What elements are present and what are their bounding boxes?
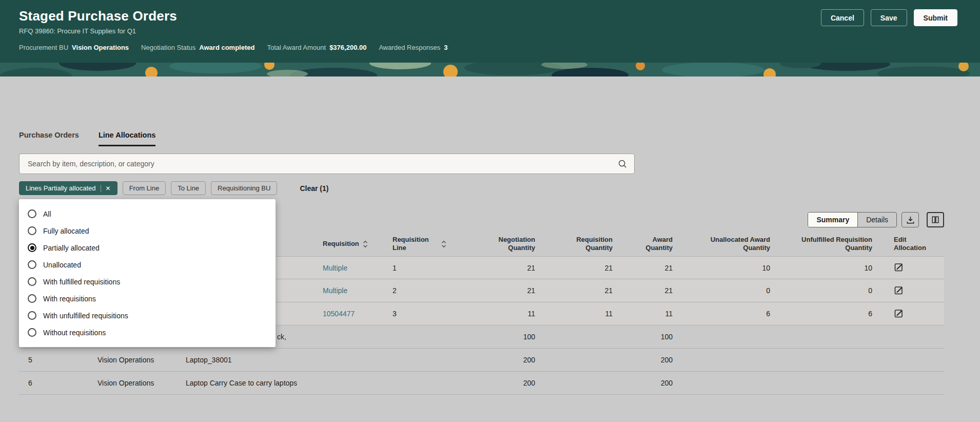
edit-allocation-button[interactable] xyxy=(894,308,904,320)
filter-chip-requisitioning-bu[interactable]: Requisitioning BU xyxy=(211,181,277,195)
cell-value: 2 xyxy=(393,286,397,295)
column-header-label: Unfulfilled Requisition Quantity xyxy=(793,236,872,253)
cell-value: Laptop_38001 xyxy=(186,356,232,364)
cell-value: 6 xyxy=(28,379,32,387)
filter-option-label: All xyxy=(43,210,51,218)
sort-icon[interactable] xyxy=(363,240,368,248)
column-header-label: Requisition Line xyxy=(393,236,438,253)
edit-allocation-button[interactable] xyxy=(894,262,904,274)
radio-unchecked-icon xyxy=(28,277,36,286)
cell-requisition: Multiple xyxy=(323,264,387,272)
cell-requisition: Multiple xyxy=(323,286,387,295)
cell-unallocated-award-qty: 6 xyxy=(678,310,775,318)
manage-columns-button[interactable] xyxy=(927,212,944,227)
view-toggle: Summary Details xyxy=(808,212,897,227)
clear-filters-button[interactable]: Clear (1) xyxy=(297,184,331,193)
cell-value: Laptop Carry Case to carry laptops xyxy=(186,379,297,387)
header-meta-item: Total Award Amount$376,200.00 xyxy=(267,44,366,51)
header-meta-label: Negotiation Status xyxy=(141,44,195,51)
submit-button[interactable]: Submit xyxy=(914,9,957,26)
cell-value: 10 xyxy=(762,264,770,272)
filter-chip-label: Lines Partially allocated xyxy=(26,184,96,192)
details-toggle-button[interactable]: Details xyxy=(857,213,896,227)
filter-option-with-requisitions[interactable]: With requisitions xyxy=(19,290,276,307)
cell-value: 200 xyxy=(523,356,535,364)
cell-value: 100 xyxy=(661,333,673,341)
filter-chip-to-line[interactable]: To Line xyxy=(171,181,206,195)
radio-unchecked-icon xyxy=(28,311,36,320)
tab-purchase-orders[interactable]: Purchase Orders xyxy=(19,131,79,146)
filter-chip-lines-partially-allocated[interactable]: Lines Partially allocated ✕ xyxy=(19,181,117,195)
cell-edit-allocation xyxy=(877,262,944,274)
cell-value: 200 xyxy=(661,356,673,364)
cell-value: 21 xyxy=(527,286,535,295)
cell-value: 21 xyxy=(664,264,673,272)
header-meta-item: Awarded Responses3 xyxy=(379,44,447,51)
radio-unchecked-icon xyxy=(28,209,36,218)
cell-item: Laptop Carry Case to carry laptops xyxy=(186,379,323,387)
edit-icon xyxy=(894,308,904,320)
decorative-banner xyxy=(0,63,980,76)
cell-unallocated-award-qty: 0 xyxy=(678,286,775,295)
tab-line-allocations[interactable]: Line Allocations xyxy=(99,131,155,146)
cell-negotiation-qty: 100 xyxy=(446,333,540,341)
cell-requisition-qty: 11 xyxy=(540,310,618,318)
filter-option-with-fulfilled-requisitions[interactable]: With fulfilled requisitions xyxy=(19,273,276,290)
cell-value: 21 xyxy=(604,286,613,295)
filter-option-without-requisitions[interactable]: Without requisitions xyxy=(19,324,276,341)
edit-allocation-button[interactable] xyxy=(894,285,904,297)
filter-option-unallocated[interactable]: Unallocated xyxy=(19,256,276,273)
save-button[interactable]: Save xyxy=(871,9,907,26)
cell-award-qty: 11 xyxy=(618,310,678,318)
download-icon xyxy=(906,216,915,224)
cell-value: 200 xyxy=(523,379,535,387)
cell-value: 0 xyxy=(766,286,770,295)
requisition-link[interactable]: 10504477 xyxy=(323,310,355,318)
staged-purchase-orders-page: Staged Purchase Orders RFQ 39860: Procur… xyxy=(0,0,980,422)
cell-value: Vision Operations xyxy=(97,356,154,364)
cell-value: 11 xyxy=(605,310,613,318)
requisition-link[interactable]: Multiple xyxy=(323,264,347,272)
filter-option-label: With requisitions xyxy=(43,295,96,303)
cell-requisition-qty: 21 xyxy=(540,264,618,272)
summary-toggle-button[interactable]: Summary xyxy=(808,213,857,227)
filter-option-label: With unfulfilled requisitions xyxy=(43,312,128,320)
requisition-link[interactable]: Multiple xyxy=(323,286,347,295)
filter-bar: Lines Partially allocated ✕ From LineTo … xyxy=(19,181,980,195)
column-header-edit-allocation: Edit Allocation xyxy=(877,236,944,253)
cell-value: 5 xyxy=(28,356,32,364)
cell-value: 11 xyxy=(665,310,673,318)
column-header-label: Negotiation Quantity xyxy=(488,236,535,253)
sort-icon[interactable] xyxy=(441,240,446,248)
filter-option-all[interactable]: All xyxy=(19,205,276,222)
cell-negotiation-qty: 21 xyxy=(446,286,540,295)
search-input[interactable] xyxy=(27,159,612,168)
column-header-requisition[interactable]: Requisition xyxy=(323,240,387,248)
cell-value: 10 xyxy=(864,264,872,272)
header-actions: Cancel Save Submit xyxy=(821,9,957,26)
cancel-button[interactable]: Cancel xyxy=(821,9,864,26)
column-header-label: Requisition xyxy=(323,240,359,248)
tab-bar: Purchase OrdersLine Allocations xyxy=(19,131,980,146)
chip-divider xyxy=(101,185,101,192)
chip-close-icon[interactable]: ✕ xyxy=(106,185,111,191)
cell-requisition-qty: 21 xyxy=(540,286,618,295)
columns-icon xyxy=(931,216,939,224)
filter-option-with-unfulfilled-requisitions[interactable]: With unfulfilled requisitions xyxy=(19,307,276,324)
filter-option-label: With fulfilled requisitions xyxy=(43,278,120,286)
column-header-unfulfilled-requisition-quantity: Unfulfilled Requisition Quantity xyxy=(775,236,877,253)
search-icon[interactable] xyxy=(618,159,627,168)
column-header-unallocated-award-quantity: Unallocated Award Quantity xyxy=(678,236,775,253)
column-header-requisition-line[interactable]: Requisition Line xyxy=(387,236,446,253)
cell-negotiation-qty: 11 xyxy=(446,310,540,318)
filter-option-partially-allocated[interactable]: Partially allocated xyxy=(19,239,276,256)
filter-option-fully-allocated[interactable]: Fully allocated xyxy=(19,222,276,239)
download-button[interactable] xyxy=(901,212,919,227)
radio-unchecked-icon xyxy=(28,226,36,235)
cell-value: 6 xyxy=(868,310,872,318)
filter-chip-from-line[interactable]: From Line xyxy=(123,181,166,195)
header-meta-item: Procurement BUVision Operations xyxy=(19,44,129,51)
filter-option-label: Unallocated xyxy=(43,261,81,269)
column-header-label: Award Quantity xyxy=(640,236,673,253)
column-header-label: Requisition Quantity xyxy=(565,236,613,253)
